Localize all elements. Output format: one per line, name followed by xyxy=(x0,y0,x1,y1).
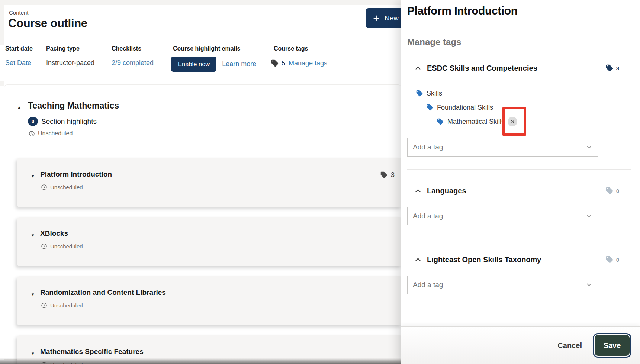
highlights-count-badge: 0 xyxy=(28,117,38,126)
subsection-schedule: Unscheduled xyxy=(41,184,83,190)
schedule-label: Unscheduled xyxy=(50,302,83,309)
meta-highlight-emails: Course highlight emails Enable now Learn… xyxy=(171,45,256,72)
save-button[interactable]: Save xyxy=(595,335,630,356)
drawer-title: Platform Introduction xyxy=(407,4,518,17)
tag-count-value: 0 xyxy=(616,188,619,194)
page-header: Content Course outline New xyxy=(4,5,402,42)
drawer-subtitle: Manage tags xyxy=(407,37,461,47)
clock-icon xyxy=(41,243,47,249)
meta-checklists: Checklists 2/9 completed xyxy=(112,45,154,67)
drawer-footer: Cancel Save xyxy=(401,326,640,364)
collapse-group-chevron-icon[interactable] xyxy=(407,255,422,264)
collapse-section-caret-icon[interactable]: ▴ xyxy=(18,104,20,110)
collapse-group-chevron-icon[interactable] xyxy=(407,187,422,195)
meta-label: Course highlight emails xyxy=(173,45,256,52)
cancel-button[interactable]: Cancel xyxy=(557,341,582,350)
course-outline-card: ▴ Teaching Mathematics 0 Section highlig… xyxy=(4,84,402,360)
tag-label: Skills xyxy=(427,90,442,97)
clock-icon xyxy=(29,131,35,137)
tag-icon xyxy=(416,90,423,97)
applied-tags-tree: Skills Foundational Skills Mathematical … xyxy=(407,86,631,129)
subsection-schedule: Unscheduled xyxy=(41,302,83,309)
add-tag-combobox xyxy=(407,138,598,157)
meta-label: Pacing type xyxy=(46,45,94,52)
meta-label: Start date xyxy=(5,45,33,52)
schedule-label: Unscheduled xyxy=(50,184,83,190)
add-tag-input[interactable] xyxy=(408,138,580,156)
applied-tag-row: Skills xyxy=(407,86,631,100)
taxonomy-name: ESDC Skills and Competencies xyxy=(427,64,537,73)
meta-label: Course tags xyxy=(274,45,327,52)
page-title: Course outline xyxy=(8,17,87,30)
tag-icon xyxy=(271,59,279,67)
section-schedule: Unscheduled xyxy=(29,130,73,137)
tag-count-value: 3 xyxy=(390,171,395,179)
tag-count-value: 3 xyxy=(616,65,619,71)
schedule-label: Unscheduled xyxy=(50,243,83,249)
taxonomy-name: Lightcast Open Skills Taxonomy xyxy=(427,255,541,264)
expand-subsection-caret-icon[interactable]: ▾ xyxy=(32,351,34,356)
expand-subsection-caret-icon[interactable]: ▾ xyxy=(32,291,34,297)
learn-more-link[interactable]: Learn more xyxy=(222,60,256,68)
subsection-schedule: Unscheduled xyxy=(41,243,83,249)
meta-course-tags: Course tags 5 Manage tags xyxy=(271,45,327,67)
taxonomy-name: Languages xyxy=(427,187,466,195)
plus-icon xyxy=(373,15,380,22)
tag-icon xyxy=(605,255,614,264)
section-highlights-button[interactable]: Section highlights xyxy=(41,117,97,126)
subsection-title: Platform Introduction xyxy=(40,170,112,178)
main-content: Content Course outline New Start date Se… xyxy=(0,0,402,364)
tag-groups: ESDC Skills and Competencies 3 Skills Fo… xyxy=(407,62,631,323)
taxonomy-group: Lightcast Open Skills Taxonomy 0 xyxy=(407,254,631,307)
set-date-link[interactable]: Set Date xyxy=(5,59,31,67)
studio-course-outline-page: Content Course outline New Start date Se… xyxy=(0,0,640,364)
taxonomy-group: ESDC Skills and Competencies 3 Skills Fo… xyxy=(407,62,631,170)
subsection-title: Mathematics Specific Features xyxy=(40,348,144,356)
dropdown-chevron-icon[interactable] xyxy=(580,138,598,156)
add-tag-combobox xyxy=(407,207,598,225)
section-title: Teaching Mathematics xyxy=(28,101,119,111)
taxonomy-group-header: Lightcast Open Skills Taxonomy 0 xyxy=(407,254,631,265)
manage-tags-link[interactable]: Manage tags xyxy=(289,59,327,67)
tag-icon xyxy=(605,64,614,72)
clock-icon xyxy=(41,184,47,190)
taxonomy-group-header: ESDC Skills and Competencies 3 xyxy=(407,62,631,74)
expand-subsection-caret-icon[interactable]: ▾ xyxy=(32,232,34,238)
meta-label: Checklists xyxy=(112,45,154,52)
new-button-label: New xyxy=(385,14,399,22)
enable-now-button[interactable]: Enable now xyxy=(171,57,216,72)
subsection-title: Randomization and Content Libraries xyxy=(40,289,166,297)
taxonomy-group-header: Languages 0 xyxy=(407,185,631,196)
collapse-group-chevron-icon[interactable] xyxy=(407,64,422,72)
tag-icon xyxy=(605,187,614,195)
expand-subsection-caret-icon[interactable]: ▾ xyxy=(32,173,34,179)
taxonomy-group: Languages 0 xyxy=(407,185,631,238)
subsection-title: XBlocks xyxy=(40,229,68,238)
add-tag-input[interactable] xyxy=(408,276,580,294)
divider xyxy=(407,30,631,30)
subsection-card: ▾ Randomization and Content Libraries Un… xyxy=(17,276,402,325)
breadcrumb-content: Content xyxy=(9,9,29,16)
tag-count-value: 0 xyxy=(616,257,619,263)
page-background-strip xyxy=(0,0,402,5)
taxonomy-tag-count: 3 xyxy=(605,64,619,72)
course-meta-bar: Start date Set Date Pacing type Instruct… xyxy=(0,45,402,81)
window-bottom-shadow xyxy=(0,358,402,364)
meta-pacing-type: Pacing type Instructor-paced xyxy=(46,45,94,67)
add-tag-input[interactable] xyxy=(408,207,580,225)
close-icon xyxy=(510,119,515,124)
dropdown-chevron-icon[interactable] xyxy=(580,276,598,294)
taxonomy-tag-count: 0 xyxy=(605,255,619,264)
applied-tag-row: Foundational Skills xyxy=(407,100,631,115)
course-tag-count: 5 xyxy=(282,59,285,67)
applied-tag-row: Mathematical Skills xyxy=(407,115,631,129)
tag-icon xyxy=(437,118,444,125)
dropdown-chevron-icon[interactable] xyxy=(580,207,598,225)
subsection-card: ▾ Platform Introduction Unscheduled 3 xyxy=(17,158,402,207)
tag-icon xyxy=(426,104,434,111)
checklists-link[interactable]: 2/9 completed xyxy=(112,59,154,67)
manage-tags-drawer: Platform Introduction Manage tags ESDC S… xyxy=(401,0,640,364)
remove-tag-button[interactable] xyxy=(508,117,517,126)
taxonomy-tag-count: 0 xyxy=(605,187,619,195)
subsection-tag-count: 3 xyxy=(380,171,395,179)
